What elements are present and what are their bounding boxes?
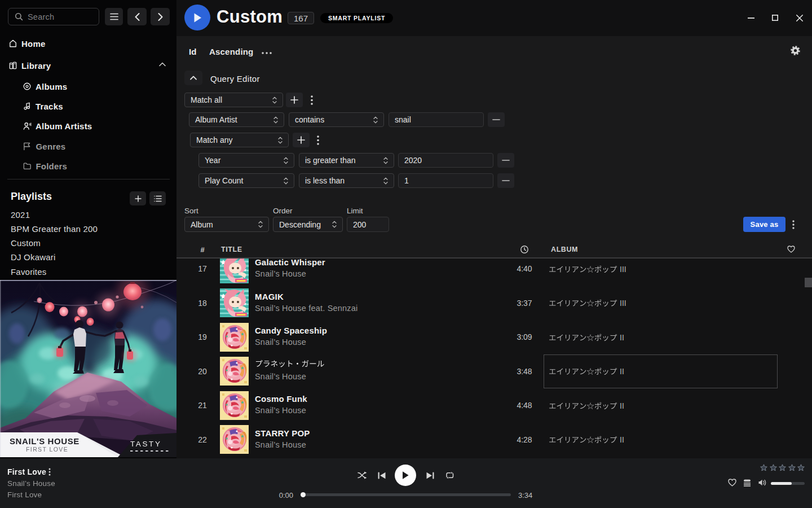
svg-text:SNAIL'S HOUSE: SNAIL'S HOUSE — [10, 436, 80, 446]
svg-text:FIRST LOVE: FIRST LOVE — [26, 446, 68, 453]
svg-text:TASTY: TASTY — [130, 440, 162, 448]
